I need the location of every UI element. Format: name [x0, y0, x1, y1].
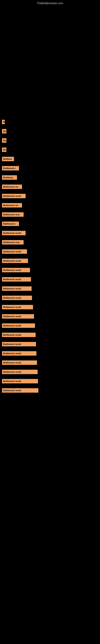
- result-gap: [0, 217, 100, 221]
- result-row: Bottleneck resu: [0, 212, 100, 217]
- result-row: Bottleneck result: [0, 295, 100, 301]
- result-bar: Bottleneck result: [2, 249, 27, 254]
- result-bar: Bottleneck result: [2, 379, 38, 384]
- result-gap: [0, 236, 100, 240]
- chart-area: [0, 6, 100, 90]
- result-row: Bottlenec: [0, 175, 100, 180]
- result-row: Bottleneck res: [0, 184, 100, 190]
- result-row: Bottleneck result: [0, 369, 100, 375]
- result-gap: [0, 319, 100, 323]
- result-row: Bottleneck result: [0, 193, 100, 199]
- result-row: Bottleneck result: [0, 267, 100, 273]
- result-row: Bottleneck result: [0, 323, 100, 328]
- result-spacer: [0, 98, 100, 101]
- result-bar: Bottleneck result: [2, 286, 32, 291]
- result-bar: Bo: [2, 148, 6, 152]
- result-row: Bottleneck r: [0, 221, 100, 226]
- result-row: Bottleneck result: [0, 332, 100, 338]
- result-bar: Bo: [2, 138, 6, 143]
- result-row: Bottlene: [0, 156, 100, 162]
- result-gap: [0, 134, 100, 138]
- result-gap: [0, 199, 100, 202]
- result-row: Bottleneck result: [0, 360, 100, 366]
- result-spacer: [0, 105, 100, 108]
- result-row: Bottleneck result: [0, 276, 100, 282]
- result-bar: B: [2, 120, 5, 124]
- result-gap: [0, 282, 100, 286]
- result-spacer: [0, 94, 100, 98]
- result-gap: [0, 393, 100, 397]
- site-title: TheBottlenecker.com: [0, 0, 100, 6]
- result-row: Bottleneck result: [0, 286, 100, 292]
- result-gap: [0, 143, 100, 147]
- result-gap: [0, 162, 100, 166]
- result-row: Bottleneck result: [0, 388, 100, 393]
- result-gap: [0, 264, 100, 267]
- result-bar: Bottleneck result: [2, 194, 26, 198]
- result-gap: [0, 310, 100, 314]
- result-bar: Bottleneck result: [2, 360, 37, 365]
- result-row: Bottleneck result: [0, 249, 100, 254]
- result-row: Bottleneck result: [0, 314, 100, 319]
- result-row: Bo: [0, 128, 100, 134]
- result-bar: Bottleneck result: [2, 296, 32, 300]
- result-gap: [0, 152, 100, 156]
- result-gap: [0, 226, 100, 230]
- result-list: BBoBoBoBottleneBottleneck rBottlenecBott…: [0, 90, 100, 397]
- result-gap: [0, 190, 100, 193]
- result-gap: [0, 375, 100, 378]
- result-gap: [0, 125, 100, 128]
- result-spacer: [0, 116, 100, 119]
- result-row: Bottleneck result: [0, 341, 100, 347]
- result-spacer: [0, 112, 100, 116]
- result-gap: [0, 347, 100, 350]
- result-bar: Bottleneck result: [2, 388, 38, 393]
- result-bar: Bottlenec: [2, 175, 17, 180]
- result-bar: Bottleneck resu: [2, 212, 24, 217]
- result-bar: Bottleneck result: [2, 277, 31, 282]
- result-gap: [0, 292, 100, 295]
- result-bar: Bottleneck result: [2, 305, 33, 309]
- result-gap: [0, 273, 100, 276]
- result-bar: Bottlene: [2, 157, 14, 161]
- result-row: Bottleneck resu: [0, 240, 100, 245]
- result-gap: [0, 171, 100, 175]
- result-bar: Bottleneck r: [2, 166, 19, 170]
- result-row: Bottleneck result: [0, 304, 100, 310]
- result-bar: Bottleneck result: [2, 351, 36, 356]
- result-bar: Bottleneck result: [2, 314, 34, 318]
- result-bar: Bottleneck result: [2, 258, 28, 263]
- result-row: Bottleneck result: [0, 230, 100, 236]
- result-bar: Bottleneck result: [2, 231, 26, 235]
- result-bar: Bottleneck res: [2, 203, 22, 208]
- result-gap: [0, 208, 100, 212]
- result-row: Bottleneck r: [0, 166, 100, 171]
- result-row: Bottleneck result: [0, 258, 100, 264]
- result-gap: [0, 180, 100, 184]
- result-bar: Bottleneck result: [2, 342, 36, 346]
- result-gap: [0, 356, 100, 360]
- result-bar: Bo: [2, 129, 6, 134]
- result-bar: Bottleneck result: [2, 268, 30, 272]
- result-gap: [0, 301, 100, 304]
- result-gap: [0, 338, 100, 341]
- result-row: B: [0, 119, 100, 125]
- result-bar: Bottleneck res: [2, 184, 22, 189]
- result-gap: [0, 245, 100, 249]
- result-bar: Bottleneck result: [2, 324, 35, 328]
- result-row: Bottleneck result: [0, 378, 100, 384]
- result-gap: [0, 384, 100, 388]
- result-bar: Bottleneck resu: [2, 240, 24, 244]
- result-row: Bo: [0, 147, 100, 152]
- result-bar: Bottleneck r: [2, 222, 19, 226]
- result-row: Bottleneck result: [0, 350, 100, 356]
- result-gap: [0, 254, 100, 258]
- result-bar: Bottleneck result: [2, 333, 36, 337]
- result-spacer: [0, 108, 100, 112]
- result-spacer: [0, 101, 100, 105]
- result-row: Bo: [0, 138, 100, 143]
- result-row: Bottleneck res: [0, 202, 100, 208]
- result-gap: [0, 328, 100, 332]
- result-bar: Bottleneck result: [2, 370, 38, 374]
- result-spacer: [0, 90, 100, 94]
